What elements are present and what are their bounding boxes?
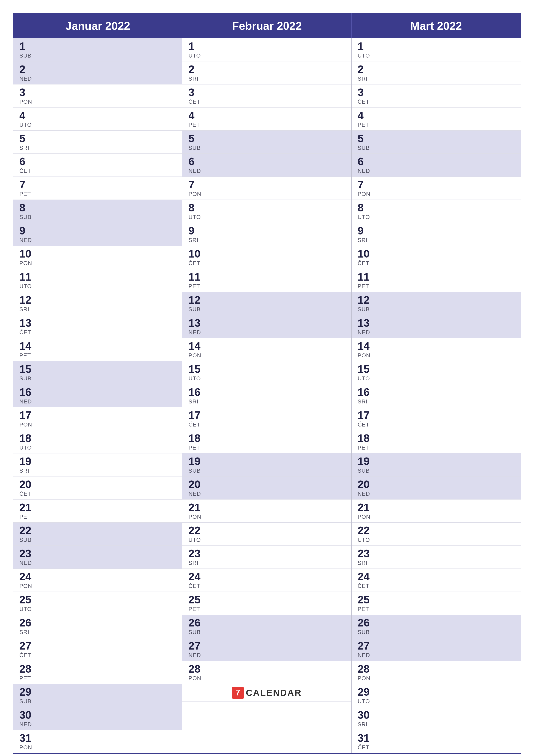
day-name: PET: [19, 675, 176, 682]
day-number: 27: [19, 640, 176, 652]
day-number: 12: [358, 294, 515, 306]
day-name: ČET: [358, 583, 515, 589]
day-row-col2-25: 25PET: [352, 592, 521, 615]
day-number: 15: [189, 363, 345, 375]
day-name: PON: [19, 744, 176, 751]
day-number: 12: [19, 294, 176, 306]
day-row-col0-23: 23NED: [13, 546, 182, 569]
day-number: 6: [189, 156, 345, 168]
day-row-col0-19: 19SRI: [13, 453, 182, 476]
day-name: UTO: [358, 52, 515, 59]
day-name: SRI: [189, 75, 345, 82]
day-row-col1-20: 20NED: [182, 476, 351, 500]
day-name: ČET: [358, 260, 515, 267]
day-row-col0-28: 28PET: [13, 661, 182, 684]
day-name: NED: [358, 652, 515, 659]
day-row-col2-15: 15UTO: [352, 361, 521, 384]
day-name: NED: [358, 168, 515, 174]
day-number: 16: [19, 387, 176, 398]
days-grid: 1SUB2NED3PON4UTO5SRI6ČET7PET8SUB9NED10PO…: [13, 39, 521, 753]
day-number: 2: [358, 64, 515, 75]
day-row-col0-2: 2NED: [13, 62, 182, 85]
day-name: NED: [19, 75, 176, 82]
day-row-col1-14: 14PON: [182, 338, 351, 361]
day-number: 8: [189, 202, 345, 214]
day-row-col1-28: 28PON: [182, 661, 351, 684]
day-row-col0-3: 3PON: [13, 85, 182, 108]
day-number: 11: [19, 271, 176, 283]
day-name: PON: [358, 675, 515, 682]
month-col-0: 1SUB2NED3PON4UTO5SRI6ČET7PET8SUB9NED10PO…: [13, 39, 182, 753]
day-row-col2-31: 31ČET: [352, 730, 521, 753]
day-row-col2-30: 30SRI: [352, 707, 521, 730]
day-name: PON: [189, 352, 345, 359]
day-name: SRI: [19, 629, 176, 635]
day-name: UTO: [358, 214, 515, 221]
day-name: NED: [358, 491, 515, 497]
day-number: 5: [189, 133, 345, 145]
day-row-col2-7: 7PON: [352, 177, 521, 200]
day-row-col0-10: 10PON: [13, 246, 182, 269]
day-row-col2-24: 24ČET: [352, 569, 521, 592]
day-name: UTO: [19, 122, 176, 128]
day-name: UTO: [358, 375, 515, 382]
day-row-col2-23: 23SRI: [352, 546, 521, 569]
day-name: PON: [358, 352, 515, 359]
day-name: ČET: [189, 98, 345, 105]
day-number: 22: [358, 525, 515, 537]
day-name: SUB: [358, 306, 515, 313]
day-name: PON: [189, 191, 345, 198]
day-number: 26: [189, 617, 345, 629]
day-name: SUB: [19, 375, 176, 382]
day-name: SUB: [19, 214, 176, 221]
day-number: 24: [358, 571, 515, 583]
day-row-col2-5: 5SUB: [352, 131, 521, 154]
day-name: SUB: [189, 468, 345, 474]
day-number: 11: [189, 271, 345, 283]
day-row-col1-6: 6NED: [182, 154, 351, 177]
day-number: 16: [189, 387, 345, 398]
month-header-mart: Mart 2022: [352, 14, 521, 39]
day-number: 20: [189, 479, 345, 491]
day-row-col0-13: 13ČET: [13, 315, 182, 338]
month-col-2: 1UTO2SRI3ČET4PET5SUB6NED7PON8UTO9SRI10ČE…: [352, 39, 521, 753]
day-number: 1: [189, 40, 345, 52]
day-row-col1-1: 1UTO: [182, 39, 351, 62]
day-row-col1-12: 12SUB: [182, 292, 351, 315]
day-name: SRI: [358, 721, 515, 728]
day-row-col0-29: 29SUB: [13, 684, 182, 707]
day-name: SRI: [358, 75, 515, 82]
day-name: ČET: [19, 652, 176, 659]
day-row-col2-9: 9SRI: [352, 223, 521, 246]
day-number: 4: [189, 110, 345, 122]
day-number: 11: [358, 271, 515, 283]
day-row-col1-21: 21PON: [182, 500, 351, 523]
day-name: SRI: [358, 237, 515, 244]
day-number: 27: [358, 640, 515, 652]
day-number: 10: [358, 248, 515, 260]
day-number: 18: [358, 433, 515, 445]
day-number: 2: [189, 64, 345, 75]
day-number: 13: [189, 317, 345, 329]
day-name: UTO: [19, 283, 176, 290]
day-number: 9: [19, 225, 176, 237]
day-name: ČET: [358, 98, 515, 105]
day-name: UTO: [189, 52, 345, 59]
day-row-col1-22: 22UTO: [182, 523, 351, 546]
day-number: 19: [19, 456, 176, 468]
day-number: 24: [189, 571, 345, 583]
day-number: 12: [189, 294, 345, 306]
day-row-col2-18: 18PET: [352, 430, 521, 453]
day-number: 19: [189, 456, 345, 468]
day-name: NED: [19, 721, 176, 728]
day-number: 19: [358, 456, 515, 468]
day-name: PET: [358, 283, 515, 290]
day-number: 8: [19, 202, 176, 214]
day-row-col2-2: 2SRI: [352, 62, 521, 85]
day-name: ČET: [189, 421, 345, 428]
day-row-col1-27: 27NED: [182, 638, 351, 661]
day-row-col1-8: 8UTO: [182, 200, 351, 223]
day-name: PON: [189, 514, 345, 520]
day-row-col1-15: 15UTO: [182, 361, 351, 384]
day-name: SUB: [189, 306, 345, 313]
